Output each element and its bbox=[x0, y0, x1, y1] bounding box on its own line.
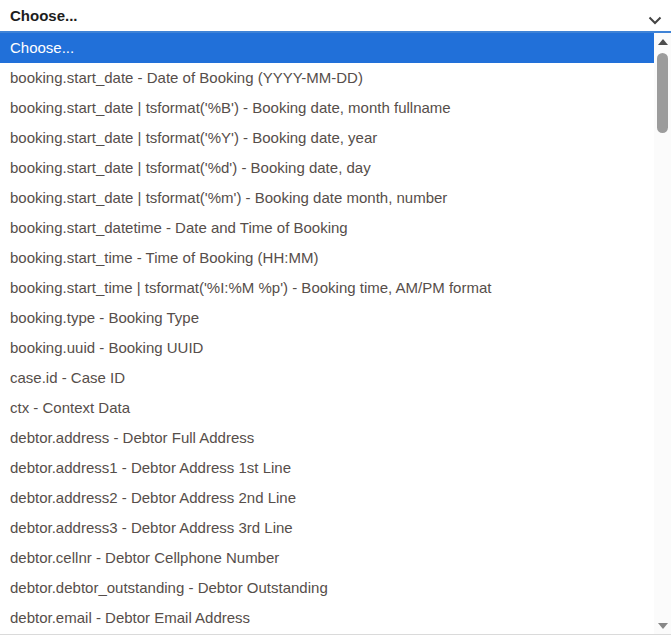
scrollbar-thumb[interactable] bbox=[657, 53, 668, 133]
scroll-down-button[interactable] bbox=[654, 617, 671, 634]
dropdown-option[interactable]: booking.start_time | tsformat('%I:%M %p'… bbox=[0, 273, 654, 303]
template-variable-select[interactable]: Choose... bbox=[0, 0, 671, 31]
dropdown-option[interactable]: debtor.address2 - Debtor Address 2nd Lin… bbox=[0, 483, 654, 513]
dropdown-option[interactable]: booking.start_date | tsformat('%B') - Bo… bbox=[0, 93, 654, 123]
dropdown-option[interactable]: debtor.address1 - Debtor Address 1st Lin… bbox=[0, 453, 654, 483]
dropdown-option[interactable]: debtor.debtor_outstanding - Debtor Outst… bbox=[0, 573, 654, 603]
dropdown-option[interactable]: debtor.address3 - Debtor Address 3rd Lin… bbox=[0, 513, 654, 543]
select-value: Choose... bbox=[10, 7, 78, 24]
select-dropdown-list: Choose...booking.start_date - Date of Bo… bbox=[0, 31, 671, 635]
dropdown-option[interactable]: Choose... bbox=[0, 33, 654, 63]
dropdown-option[interactable]: booking.start_date | tsformat('%d') - Bo… bbox=[0, 153, 654, 183]
dropdown-option[interactable]: booking.start_date | tsformat('%Y') - Bo… bbox=[0, 123, 654, 153]
dropdown-option[interactable]: booking.start_date - Date of Booking (YY… bbox=[0, 63, 654, 93]
scroll-up-button[interactable] bbox=[654, 33, 671, 50]
options-container: Choose...booking.start_date - Date of Bo… bbox=[0, 33, 654, 633]
dropdown-option[interactable]: case.id - Case ID bbox=[0, 363, 654, 393]
dropdown-option[interactable]: booking.uuid - Booking UUID bbox=[0, 333, 654, 363]
dropdown-option[interactable]: debtor.email - Debtor Email Address bbox=[0, 603, 654, 633]
dropdown-option[interactable]: booking.start_datetime - Date and Time o… bbox=[0, 213, 654, 243]
chevron-down-icon bbox=[648, 11, 662, 20]
dropdown-option[interactable]: booking.start_time - Time of Booking (HH… bbox=[0, 243, 654, 273]
scrollbar[interactable] bbox=[654, 33, 671, 634]
triangle-down-icon bbox=[658, 623, 668, 629]
dropdown-option[interactable]: ctx - Context Data bbox=[0, 393, 654, 423]
dropdown-option[interactable]: booking.start_date | tsformat('%m') - Bo… bbox=[0, 183, 654, 213]
dropdown-option[interactable]: debtor.address - Debtor Full Address bbox=[0, 423, 654, 453]
triangle-up-icon bbox=[658, 39, 668, 45]
dropdown-option[interactable]: booking.type - Booking Type bbox=[0, 303, 654, 333]
dropdown-option[interactable]: debtor.cellnr - Debtor Cellphone Number bbox=[0, 543, 654, 573]
